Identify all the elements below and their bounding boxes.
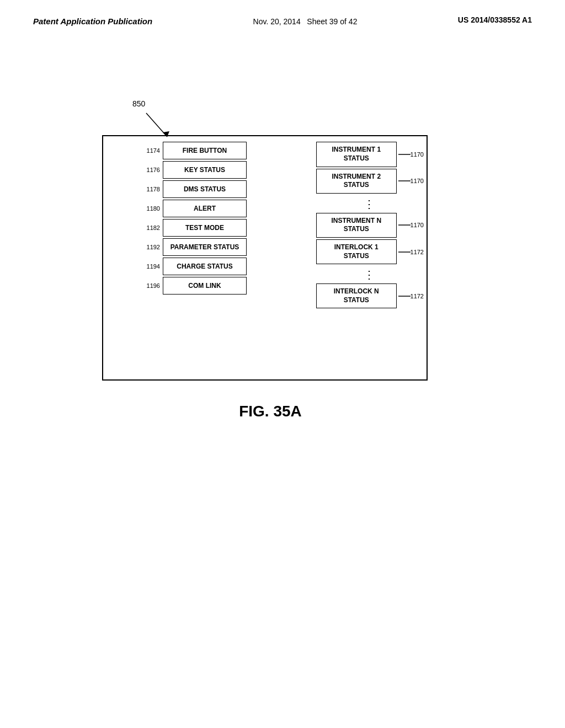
patent-number-label: US 2014/0338552 A1	[458, 15, 532, 24]
key-status-row: KEY STATUS	[163, 161, 247, 179]
test-mode-row: TEST MODE	[163, 219, 247, 237]
page-header: Patent Application Publication Nov. 20, …	[0, 0, 565, 28]
dms-status-row: DMS STATUS	[163, 180, 247, 198]
fire-button-row: FIRE BUTTON	[163, 142, 247, 159]
figure-caption: FIG. 35A	[239, 403, 302, 420]
instrument-n-status-row: INSTRUMENT NSTATUS	[316, 213, 397, 238]
parameter-status-row: PARAMETER STATUS	[163, 238, 247, 256]
ref-850: 850	[132, 99, 145, 108]
interlock-n-status-row: INTERLOCK NSTATUS	[316, 283, 397, 308]
label-1192: 1192	[139, 244, 160, 250]
ref-1170-inst1: 1170	[411, 151, 424, 158]
label-1182: 1182	[139, 224, 160, 231]
dots-interlocks: ⋮	[316, 266, 424, 283]
instrument-1-status-row: INSTRUMENT 1STATUS	[316, 142, 397, 167]
label-1194: 1194	[139, 263, 160, 270]
right-column: INSTRUMENT 1STATUS 1170 INSTRUMENT 2STAT…	[316, 142, 424, 310]
instrument-2-status-row: INSTRUMENT 2STATUS	[316, 169, 397, 194]
com-link-row: COM LINK	[163, 277, 247, 295]
label-1176: 1176	[139, 167, 160, 173]
alert-row: ALERT	[163, 200, 247, 217]
label-1174: 1174	[139, 147, 160, 154]
ref-1172-int1: 1172	[411, 249, 424, 255]
dots-instruments: ⋮	[316, 195, 424, 213]
date-sheet-label: Nov. 20, 2014 Sheet 39 of 42	[253, 15, 358, 28]
label-1178: 1178	[139, 186, 160, 192]
main-diagram-box: 1174 FIRE BUTTON 1176 KEY STATUS 1178 DM…	[102, 135, 428, 381]
charge-status-row: CHARGE STATUS	[163, 258, 247, 275]
left-column: 1174 FIRE BUTTON 1176 KEY STATUS 1178 DM…	[139, 142, 247, 296]
label-1196: 1196	[139, 282, 160, 289]
publication-label: Patent Application Publication	[33, 15, 152, 27]
diagram-container: 850 1174 FIRE BUTTON 1176 KEY STATUS 117…	[72, 99, 469, 430]
label-1180: 1180	[139, 205, 160, 212]
ref-1170-inst2: 1170	[411, 178, 424, 184]
ref-1172-intn: 1172	[411, 293, 424, 299]
interlock-1-status-row: INTERLOCK 1STATUS	[316, 239, 397, 264]
ref-1170-instn: 1170	[411, 222, 424, 228]
